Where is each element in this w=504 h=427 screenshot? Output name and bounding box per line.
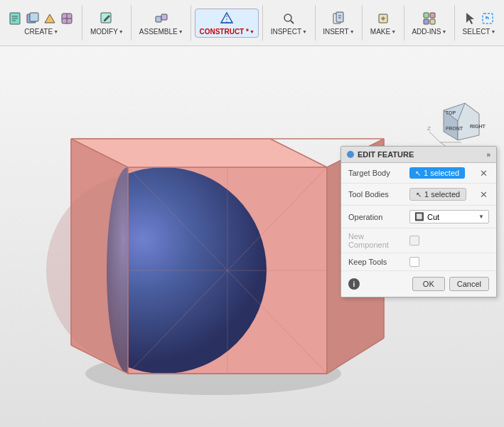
cursor-icon-2: ↖ bbox=[416, 191, 422, 199]
tool-bodies-value: 1 selected bbox=[424, 190, 460, 199]
divider-2 bbox=[131, 5, 132, 41]
divider-5 bbox=[315, 5, 316, 41]
operation-value: Cut bbox=[427, 213, 478, 221]
assemble-label: ASSEMBLE bbox=[139, 28, 178, 36]
svg-rect-23 bbox=[430, 13, 435, 18]
ok-button[interactable]: OK bbox=[412, 277, 445, 291]
toolbar-modify[interactable]: MODIFY ▼ bbox=[86, 9, 127, 37]
select-icon-2 bbox=[480, 11, 495, 26]
toolbar: CREATE ▼ MODIFY ▼ bbox=[0, 0, 504, 46]
toolbar-inspect[interactable]: INSPECT ▼ bbox=[267, 9, 311, 37]
create-icon-1 bbox=[8, 11, 23, 26]
panel-header: EDIT FEATURE » bbox=[341, 147, 496, 163]
divider-7 bbox=[404, 5, 404, 41]
panel-indicator bbox=[347, 151, 354, 158]
tool-bodies-clear[interactable]: ✕ bbox=[478, 189, 489, 200]
toolbar-make[interactable]: MAKE ▼ bbox=[366, 9, 400, 37]
view-cube[interactable]: Z TOP RIGHT FRONT bbox=[426, 89, 490, 153]
operation-row: Operation 🔲 Cut ▼ bbox=[341, 206, 496, 228]
tool-bodies-row: Tool Bodies ↖ 1 selected ✕ bbox=[341, 184, 496, 206]
dropdown-caret: ▼ bbox=[478, 214, 484, 220]
svg-line-55 bbox=[429, 132, 440, 142]
target-body-selector[interactable]: ↖ 1 selected bbox=[409, 167, 465, 179]
add-ins-label: ADD-INS bbox=[412, 28, 441, 36]
construct-icon bbox=[219, 11, 235, 26]
cut-icon: 🔲 bbox=[414, 212, 424, 221]
svg-marker-12 bbox=[221, 13, 232, 23]
assemble-icon bbox=[154, 11, 169, 26]
add-ins-icon bbox=[422, 11, 437, 26]
target-body-clear[interactable]: ✕ bbox=[478, 168, 489, 179]
make-label: MAKE bbox=[370, 28, 390, 36]
target-body-label: Target Body bbox=[348, 169, 405, 177]
svg-rect-5 bbox=[30, 13, 38, 21]
target-body-row: Target Body ↖ 1 selected ✕ bbox=[341, 163, 496, 184]
viewport[interactable]: Z TOP RIGHT FRONT EDIT FEATURE » bbox=[0, 46, 504, 427]
create-icon-2 bbox=[25, 11, 41, 26]
panel-title: EDIT FEATURE bbox=[358, 150, 414, 159]
toolbar-create[interactable]: CREATE ▼ bbox=[4, 9, 78, 37]
svg-marker-28 bbox=[486, 16, 489, 19]
svg-text:FRONT: FRONT bbox=[446, 126, 463, 131]
svg-marker-26 bbox=[466, 13, 474, 24]
target-body-value: 1 selected bbox=[424, 169, 459, 177]
svg-rect-18 bbox=[336, 12, 343, 22]
svg-rect-22 bbox=[424, 13, 429, 18]
make-icon bbox=[375, 11, 391, 26]
modify-icon bbox=[99, 11, 114, 26]
modify-label: MODIFY bbox=[90, 28, 118, 36]
svg-point-15 bbox=[284, 14, 291, 21]
cancel-button[interactable]: Cancel bbox=[449, 277, 489, 291]
keep-tools-checkbox[interactable] bbox=[409, 257, 419, 267]
divider-3 bbox=[191, 5, 191, 41]
create-label: CREATE bbox=[24, 28, 53, 36]
svg-rect-11 bbox=[161, 14, 167, 20]
keep-tools-row: Keep Tools bbox=[341, 253, 496, 271]
svg-text:RIGHT: RIGHT bbox=[470, 124, 486, 129]
svg-rect-27 bbox=[483, 14, 493, 23]
new-component-checkbox bbox=[409, 236, 419, 246]
svg-rect-25 bbox=[430, 19, 435, 24]
edit-feature-panel: EDIT FEATURE » Target Body ↖ 1 selected … bbox=[341, 146, 497, 297]
divider-6 bbox=[362, 5, 363, 41]
select-icon-1 bbox=[463, 11, 478, 26]
footer-buttons: OK Cancel bbox=[412, 277, 489, 291]
svg-rect-10 bbox=[156, 16, 161, 22]
tool-bodies-label: Tool Bodies bbox=[348, 190, 405, 199]
toolbar-insert[interactable]: INSERT ▼ bbox=[319, 9, 359, 37]
info-button[interactable]: i bbox=[348, 278, 360, 290]
toolbar-add-ins[interactable]: ADD-INS ▼ bbox=[408, 9, 451, 37]
toolbar-assemble[interactable]: ASSEMBLE ▼ bbox=[135, 9, 187, 37]
svg-line-16 bbox=[291, 21, 294, 23]
svg-text:Z: Z bbox=[427, 125, 431, 132]
inspect-icon bbox=[281, 11, 296, 26]
divider-1 bbox=[82, 5, 82, 41]
divider-4 bbox=[262, 5, 263, 41]
operation-label: Operation bbox=[348, 213, 405, 221]
new-component-row: New Component bbox=[341, 228, 496, 253]
keep-tools-label: Keep Tools bbox=[348, 258, 405, 266]
create-icon-4 bbox=[59, 11, 75, 26]
construct-label: CONSTRUCT * bbox=[199, 28, 248, 36]
toolbar-construct[interactable]: CONSTRUCT * ▼ bbox=[195, 9, 259, 38]
select-label: SELECT bbox=[463, 28, 490, 36]
panel-footer: i OK Cancel bbox=[341, 271, 496, 297]
create-icon-3 bbox=[42, 11, 58, 26]
svg-text:TOP: TOP bbox=[446, 110, 456, 115]
divider-8 bbox=[454, 5, 455, 41]
new-component-label: New Component bbox=[348, 232, 405, 249]
insert-label: INSERT bbox=[323, 28, 349, 36]
toolbar-select[interactable]: SELECT ▼ bbox=[459, 9, 500, 37]
panel-expand-icon[interactable]: » bbox=[486, 151, 490, 159]
insert-icon bbox=[331, 11, 346, 26]
svg-rect-24 bbox=[424, 19, 429, 24]
cursor-icon: ↖ bbox=[415, 169, 421, 177]
operation-dropdown[interactable]: 🔲 Cut ▼ bbox=[409, 210, 489, 223]
inspect-label: INSPECT bbox=[271, 28, 301, 36]
tool-bodies-selector[interactable]: ↖ 1 selected bbox=[409, 188, 466, 201]
create-caret: ▼ bbox=[53, 29, 58, 34]
